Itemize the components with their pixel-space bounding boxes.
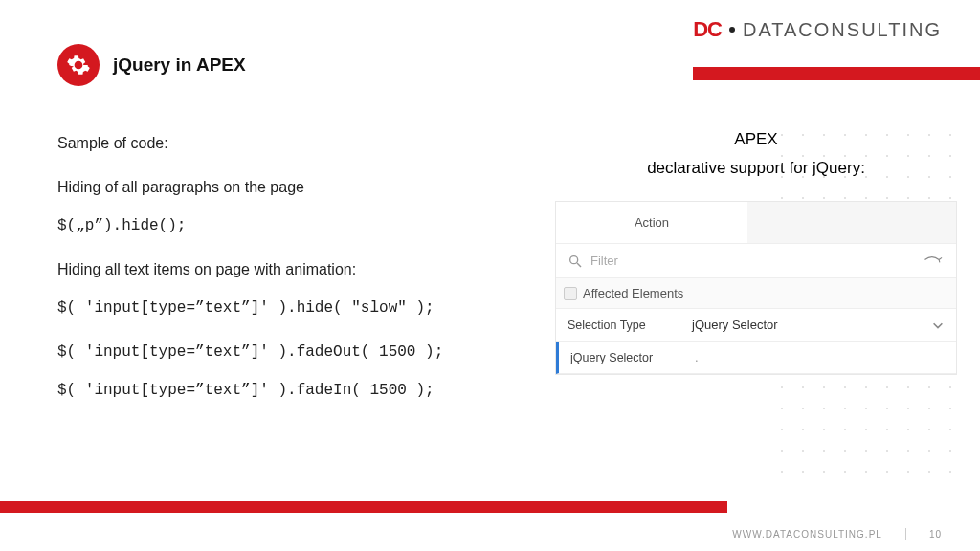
footer-divider (905, 528, 906, 540)
svg-line-1 (577, 263, 581, 267)
action-row: Action (556, 202, 956, 244)
title-row: jQuery in APEX (57, 44, 246, 86)
filter-placeholder: Filter (590, 253, 916, 268)
code-line-4: $( 'input[type=”text”]' ).fadeIn( 1500 )… (57, 379, 517, 402)
code-line-1: $(„p”).hide(); (57, 214, 517, 237)
filter-reset-icon[interactable] (924, 254, 945, 268)
section-title: Affected Elements (583, 286, 683, 300)
brand-logo: DC DATACONSULTING (693, 17, 942, 42)
logo-dc-mark: DC (693, 17, 722, 42)
jquery-selector-label: jQuery Selector (570, 351, 676, 364)
footer: WWW.DATACONSULTING.PL 10 (732, 528, 942, 540)
filter-row[interactable]: Filter (556, 244, 956, 278)
action-label: Action (556, 215, 747, 230)
logo-dot-icon (729, 27, 735, 33)
selection-type-label: Selection Type (568, 319, 673, 332)
footer-url: WWW.DATACONSULTING.PL (732, 529, 882, 540)
accent-bar-bottom (0, 501, 727, 513)
hide-paragraphs-label: Hiding of all paragraphs on the page (57, 176, 517, 199)
code-line-3: $( 'input[type=”text”]' ).fadeOut( 1500 … (57, 341, 517, 364)
jquery-selector-value: . (695, 350, 945, 364)
affected-elements-header[interactable]: Affected Elements (556, 278, 956, 309)
hide-animation-label: Hiding all text items on page with anima… (57, 258, 517, 281)
apex-properties-panel: Action Filter Affected Elements Selectio… (555, 201, 957, 375)
search-icon (568, 253, 583, 269)
gear-icon (57, 44, 100, 86)
selection-type-value: jQuery Selector (692, 318, 912, 332)
code-samples-column: Sample of code: Hiding of all paragraphs… (57, 132, 517, 417)
jquery-selector-row[interactable]: jQuery Selector . (556, 342, 956, 374)
apex-column: APEX declarative support for jQuery: Act… (555, 130, 957, 375)
action-value-field[interactable] (747, 202, 956, 243)
chevron-down-icon (931, 319, 945, 332)
page-number: 10 (929, 529, 942, 540)
page-title: jQuery in APEX (113, 55, 246, 76)
accent-bar-top (693, 67, 980, 80)
svg-point-0 (570, 255, 578, 263)
apex-subtitle: declarative support for jQuery: (555, 159, 957, 178)
sample-label: Sample of code: (57, 132, 517, 155)
section-toggle-icon (564, 287, 577, 300)
logo-brand-text: DATACONSULTING (743, 19, 942, 41)
apex-heading: APEX (555, 130, 957, 149)
selection-type-row[interactable]: Selection Type jQuery Selector (556, 309, 956, 342)
code-line-2: $( 'input[type=”text”]' ).hide( "slow" )… (57, 297, 517, 320)
